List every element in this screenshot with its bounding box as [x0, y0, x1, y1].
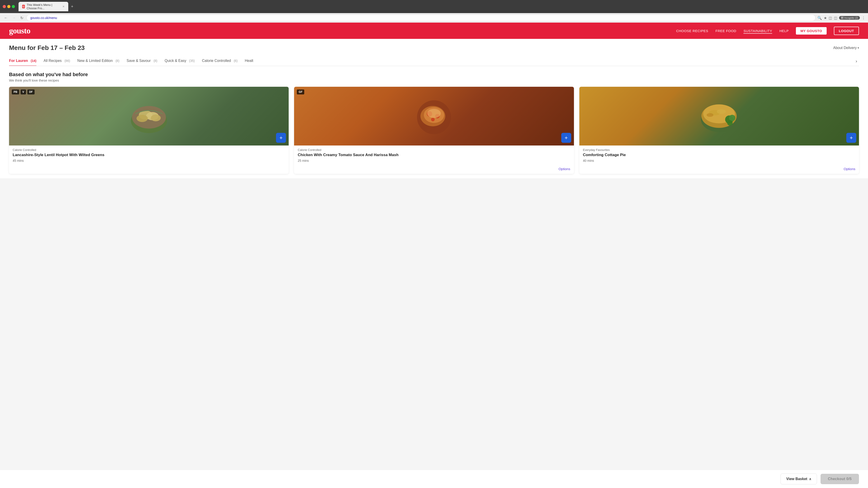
reload-button[interactable]: ↻ [19, 15, 25, 21]
diet-tag-v: V [21, 90, 26, 94]
forward-button[interactable]: → [11, 15, 17, 21]
tab-all-recipes[interactable]: All Recipes (86) [43, 56, 70, 66]
main-nav: CHOOSE RECIPES FREE FOOD SUSTAINABILITY … [676, 27, 859, 35]
recipe-image-chicken: GF + [294, 87, 574, 145]
svg-point-21 [707, 113, 713, 117]
diet-tag-pb: PB [12, 90, 19, 94]
tab-save-savour-count: (8) [153, 59, 157, 63]
menu-icon[interactable]: ⋮ [862, 16, 865, 20]
tab-for-lauren[interactable]: For Lauren (14) [9, 56, 36, 66]
site-header: gousto CHOOSE RECIPES FREE FOOD SUSTAINA… [0, 23, 868, 39]
tab-all-recipes-count: (86) [64, 59, 70, 63]
tab-for-lauren-label: For Lauren [9, 59, 28, 63]
toolbar-icons: 🔍 ★ ◫ ◫ 🆧 Incognito (2) ⋮ [817, 16, 865, 20]
recipe-info-lentil: Calorie Controlled Lancashire-Style Lent… [9, 145, 289, 166]
recipe-card-chicken: GF + Calorie Controlled Chicken With Cre… [294, 87, 574, 174]
svg-point-11 [431, 118, 435, 121]
tab-calorie-controlled[interactable]: Calorie Controlled (6) [202, 56, 238, 66]
tabs-scroll-right-button[interactable]: › [854, 57, 859, 64]
diet-tags-chicken: GF [297, 90, 304, 94]
about-delivery-button[interactable]: About Delivery ▾ [833, 46, 859, 50]
recipe-info-chicken: Calorie Controlled Chicken With Creamy T… [294, 145, 574, 166]
tab-title: This Week's Menu | Choose Fro... [27, 3, 60, 10]
tab-calorie-controlled-label: Calorie Controlled [202, 59, 231, 63]
chevron-down-icon: ▾ [858, 46, 859, 50]
recipe-card-lentil-hotpot: PB V DF + Calorie Controlled Lancashire-… [9, 87, 289, 174]
recipe-time-pie: 40 mins [583, 159, 855, 162]
recipe-options-pie: Options [579, 166, 859, 174]
address-bar[interactable]: gousto.co.uk/menu [26, 14, 815, 21]
tab-favicon: G [22, 5, 25, 8]
recipe-name-pie: Comforting Cottage Pie [583, 153, 855, 158]
tab-quick-easy-label: Quick & Easy [164, 59, 186, 63]
recipe-image-placeholder-lentil [9, 87, 289, 145]
search-icon[interactable]: 🔍 [817, 16, 822, 20]
extensions-icon[interactable]: ◫ [829, 16, 832, 20]
recipe-category-chicken: Calorie Controlled [298, 148, 570, 152]
tab-all-recipes-label: All Recipes [43, 59, 62, 63]
nav-free-food[interactable]: FREE FOOD [715, 28, 736, 34]
recipe-image-placeholder-pie [579, 87, 859, 145]
address-bar-row: ← → ↻ gousto.co.uk/menu 🔍 ★ ◫ ◫ 🆧 Incogn… [0, 13, 868, 23]
maximize-window-button[interactable] [12, 5, 15, 8]
tab-save-savour-label: Save & Savour [127, 59, 151, 63]
recipe-card-pie: + Everyday Favourites Comforting Cottage… [579, 87, 859, 174]
svg-point-18 [727, 120, 733, 126]
add-recipe-button-pie[interactable]: + [846, 133, 856, 143]
recipe-time-chicken: 25 mins [298, 159, 570, 162]
recipe-time-lentil: 45 mins [13, 159, 285, 162]
diet-tag-df: DF [27, 90, 35, 94]
recipe-category-pie: Everyday Favourites [583, 148, 855, 152]
tab-health-label: Healt [245, 59, 253, 63]
browser-chrome: G This Week's Menu | Choose Fro... ✕ + [0, 0, 868, 13]
new-tab-button[interactable]: + [69, 3, 75, 10]
recipe-options-chicken: Options [294, 166, 574, 174]
section-heading: Based on what you've had before We think… [9, 72, 859, 82]
section-title: Based on what you've had before [9, 72, 859, 77]
pie-svg [696, 94, 742, 139]
active-tab[interactable]: G This Week's Menu | Choose Fro... ✕ [19, 2, 68, 11]
minimize-window-button[interactable] [7, 5, 10, 8]
tab-bar: G This Week's Menu | Choose Fro... ✕ + [19, 2, 865, 11]
nav-sustainability[interactable]: SUSTAINABILITY [743, 28, 772, 34]
add-recipe-button-chicken[interactable]: + [561, 133, 571, 143]
diet-tag-gf: GF [297, 90, 304, 94]
incognito-icon: 🆧 [841, 17, 843, 19]
svg-point-20 [717, 109, 726, 114]
diet-tags-lentil: PB V DF [12, 90, 35, 94]
tab-new-limited-count: (8) [115, 59, 119, 63]
page-content: Menu for Feb 17 – Feb 23 About Delivery … [0, 39, 868, 178]
nav-help[interactable]: HELP [779, 28, 789, 34]
svg-point-4 [136, 115, 148, 122]
back-button[interactable]: ← [3, 15, 9, 21]
category-tabs: For Lauren (14) All Recipes (86) New & L… [9, 56, 859, 66]
options-link-chicken[interactable]: Options [559, 167, 570, 171]
nav-choose-recipes[interactable]: CHOOSE RECIPES [676, 28, 708, 34]
add-recipe-button-lentil[interactable]: + [276, 133, 286, 143]
bookmark-icon[interactable]: ★ [824, 16, 827, 20]
tab-health[interactable]: Healt [245, 56, 253, 66]
recipe-image-pie: + [579, 87, 859, 145]
chicken-svg [411, 94, 457, 139]
my-gousto-button[interactable]: MY GOUSTO [796, 27, 827, 35]
gousto-logo[interactable]: gousto [9, 26, 30, 35]
close-window-button[interactable] [3, 5, 6, 8]
recipe-grid: PB V DF + Calorie Controlled Lancashire-… [9, 87, 859, 178]
logout-button[interactable]: LOGOUT [834, 27, 859, 35]
sidebar-icon[interactable]: ◫ [834, 16, 837, 20]
tab-quick-easy[interactable]: Quick & Easy (35) [164, 56, 195, 66]
recipe-info-pie: Everyday Favourites Comforting Cottage P… [579, 145, 859, 166]
options-link-pie[interactable]: Options [844, 167, 855, 171]
recipe-name-chicken: Chicken With Creamy Tomato Sauce And Har… [298, 153, 570, 158]
url-text: gousto.co.uk/menu [30, 16, 812, 20]
recipe-category-lentil: Calorie Controlled [13, 148, 285, 152]
tab-close-button[interactable]: ✕ [62, 5, 65, 8]
recipe-name-lentil: Lancashire-Style Lentil Hotpot With Wilt… [13, 153, 285, 158]
lentil-svg [126, 94, 172, 139]
tab-for-lauren-count: (14) [30, 59, 36, 63]
tab-save-savour[interactable]: Save & Savour (8) [127, 56, 157, 66]
tab-new-limited[interactable]: New & Limited Edition (8) [77, 56, 119, 66]
section-subtitle: We think you'll love these recipes [9, 78, 859, 82]
incognito-badge[interactable]: 🆧 Incognito (2) [839, 16, 860, 20]
svg-point-12 [427, 109, 441, 118]
